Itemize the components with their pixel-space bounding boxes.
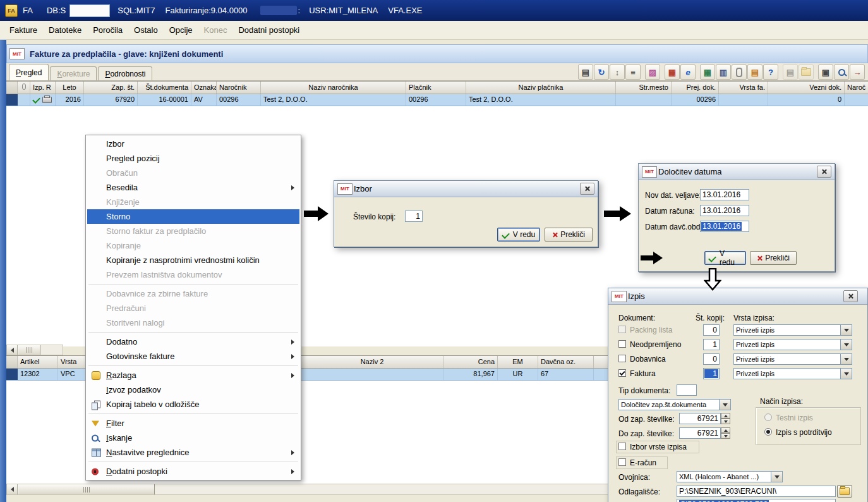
nov-datum-veljave-input[interactable]: 13.01.2016 <box>700 189 749 200</box>
spin-up-icon[interactable] <box>721 413 730 419</box>
menu-item-besedila[interactable]: Besedila <box>87 180 299 195</box>
menu-item-izbor[interactable]: Izbor <box>87 137 299 151</box>
from-seq-spinner[interactable] <box>721 413 730 424</box>
copies-input[interactable]: 1 <box>405 211 423 222</box>
datum-racuna-input[interactable]: 13.01.2016 <box>700 205 749 216</box>
chevron-down-icon[interactable] <box>719 399 731 410</box>
clear-icon[interactable]: ▨ <box>645 64 660 80</box>
refresh-icon[interactable]: ↻ <box>594 64 609 80</box>
calendar-icon[interactable]: ▦ <box>665 64 680 80</box>
menu-item-kopiranje-nasprotne[interactable]: Kopiranje z nasprotnimi vrednostmi količ… <box>87 253 299 267</box>
attachment-column-header[interactable] <box>18 82 30 94</box>
table-row[interactable]: 2016 67920 16-00001 AV 00296 Test 2, D.O… <box>6 94 868 106</box>
search-icon[interactable] <box>834 64 849 80</box>
packing-lista-copies-input[interactable]: 0 <box>703 324 720 336</box>
spin-up-icon[interactable] <box>721 427 730 433</box>
tab-pregled[interactable]: Pregled <box>9 64 49 80</box>
odlagalisce-input[interactable]: P:\SNEZNIK_903\ERACUNI\ <box>677 486 836 497</box>
faktura-type-dropdown[interactable]: Privzeti izpis <box>733 368 852 379</box>
scroll-left-button[interactable] <box>7 484 18 494</box>
column-header-naziv2[interactable]: Naziv 2 <box>301 356 443 368</box>
browser-icon[interactable]: e <box>680 64 696 80</box>
eracun-checkbox[interactable] <box>618 458 626 466</box>
menu-item-kopiraj-tabelo[interactable]: Kopiraj tabelo v odložišče <box>87 397 299 412</box>
attach-icon[interactable] <box>732 64 747 80</box>
menu-opcije[interactable]: Opcije <box>164 22 198 38</box>
column-header-naroc[interactable]: Naroč <box>845 82 868 94</box>
chevron-down-icon[interactable] <box>771 471 783 482</box>
row-selector[interactable] <box>6 369 18 380</box>
column-header-oznaka[interactable]: Oznaka <box>191 82 217 94</box>
dobavnica-copies-input[interactable]: 0 <box>703 353 720 365</box>
faktura-checkbox[interactable] <box>618 369 626 377</box>
menu-item-iskanje[interactable]: Iskanje <box>87 431 299 445</box>
browse-folder-button[interactable] <box>837 485 852 498</box>
tip-dokumenta-input[interactable] <box>677 384 697 396</box>
neodpremljeno-checkbox[interactable] <box>618 340 626 348</box>
neodpremljeno-type-dropdown[interactable]: Privzeti izpis <box>733 339 852 350</box>
ok-button[interactable]: V redu <box>704 251 746 265</box>
ok-button[interactable]: V redu <box>497 228 540 242</box>
close-button[interactable] <box>843 290 858 302</box>
menu-item-razlaga[interactable]: Razlaga <box>87 368 299 383</box>
menu-item-storno[interactable]: Storno <box>87 209 299 224</box>
izpis-s-potrditvijo-radio[interactable] <box>764 428 772 436</box>
list-icon[interactable]: ≡ <box>625 64 641 80</box>
menu-item-pregled-pozicij[interactable]: Pregled pozicij <box>87 151 299 166</box>
column-header-st-dokumenta[interactable]: Št.dokumenta <box>138 82 191 94</box>
scroll-thumb[interactable] <box>18 484 155 494</box>
exit-icon[interactable]: → <box>850 64 865 80</box>
column-header-naziv-narocnika[interactable]: Naziv naročnika <box>261 82 406 94</box>
printer-icon[interactable]: ▣ <box>818 64 833 80</box>
seq-number-dropdown[interactable]: Določitev zap.št.dokumenta <box>618 399 731 410</box>
chevron-down-icon[interactable] <box>840 339 852 350</box>
dobavnica-type-dropdown[interactable]: Privzeti izpis <box>733 353 852 365</box>
column-header-prej-dok[interactable]: Prej. dok. <box>672 82 719 94</box>
to-seq-input[interactable]: 67921 <box>679 427 721 439</box>
chevron-down-icon[interactable] <box>840 353 852 365</box>
notes-icon[interactable]: ▤ <box>747 64 763 80</box>
dialog-titlebar[interactable]: MIT Izpis <box>608 288 867 305</box>
cancel-button[interactable]: Prekliči <box>545 228 593 242</box>
column-header-artikel[interactable]: Artikel <box>18 356 58 368</box>
spin-down-icon[interactable] <box>721 433 730 439</box>
menu-dodatni-postopki[interactable]: Dodatni postopki <box>232 22 305 38</box>
dobavnica-checkbox[interactable] <box>618 355 626 362</box>
menu-item-izvoz-podatkov[interactable]: Izvoz podatkov <box>87 383 299 397</box>
column-header-izp-r[interactable]: Izp. R <box>30 82 56 94</box>
column-header-zap-st[interactable]: Zap. št. <box>84 82 138 94</box>
chevron-down-icon[interactable] <box>840 324 852 336</box>
sort-icon[interactable]: ↕ <box>610 64 625 80</box>
packing-lista-type-dropdown[interactable]: Privzeti izpis <box>733 324 852 336</box>
menu-item-nastavitve-preglednice[interactable]: Nastavitve preglednice <box>87 445 299 460</box>
menu-datoteke[interactable]: Datoteke <box>43 22 87 38</box>
from-seq-input[interactable]: 67921 <box>679 413 721 424</box>
column-header-leto[interactable]: Leto <box>56 82 84 94</box>
menu-fakture[interactable]: Fakture <box>4 22 43 38</box>
column-header-cena[interactable]: Cena <box>443 356 498 368</box>
table-icon[interactable]: ▦ <box>700 64 715 80</box>
report-icon[interactable]: ▤ <box>578 64 593 80</box>
dialog-titlebar[interactable]: MIT Izbor <box>334 181 598 197</box>
faktura-copies-input[interactable]: 1 <box>703 368 720 379</box>
close-button[interactable] <box>580 183 594 195</box>
column-header-em[interactable]: EM <box>498 356 538 368</box>
close-button[interactable] <box>817 166 831 178</box>
ovojnica-dropdown[interactable]: XML (Halcom - Abanet ...) <box>677 471 783 482</box>
column-header-narocnik[interactable]: Naročnik <box>217 82 261 94</box>
scroll-thumb[interactable] <box>18 345 40 355</box>
column-header-vezni-dok[interactable]: Vezni dok. <box>768 82 845 94</box>
help-icon[interactable]: ? <box>763 64 778 80</box>
row-selector[interactable] <box>6 94 18 106</box>
menu-item-filter[interactable]: Filter <box>87 416 299 431</box>
column-header-str-mesto[interactable]: Str.mesto <box>616 82 672 94</box>
glavni-trr-input[interactable]: SI56 3500 1000 0792 790 <box>677 499 836 502</box>
menu-porocila[interactable]: Poročila <box>87 22 128 38</box>
column-header-vrsta-fa[interactable]: Vrsta fa. <box>719 82 768 94</box>
menu-ostalo[interactable]: Ostalo <box>128 22 164 38</box>
to-seq-spinner[interactable] <box>721 427 730 439</box>
menu-item-gotovinske-fakture[interactable]: Gotovinske fakture <box>87 349 299 364</box>
chevron-down-icon[interactable] <box>840 368 852 379</box>
neodpremljeno-copies-input[interactable]: 1 <box>703 339 720 350</box>
menu-item-dodatno[interactable]: Dodatno <box>87 334 299 349</box>
